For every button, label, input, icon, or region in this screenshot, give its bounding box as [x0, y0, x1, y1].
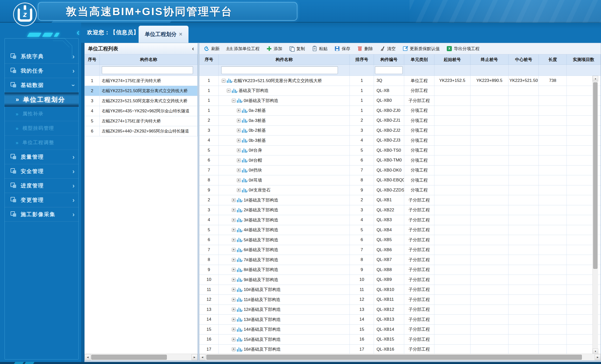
expand-node-icon[interactable]: + [237, 158, 241, 162]
expand-node-icon[interactable]: + [232, 318, 236, 321]
collapse-node-icon[interactable]: − [227, 89, 231, 92]
sidebar-item-安全管理[interactable]: 安全管理› [5, 164, 79, 179]
code-filter-input[interactable] [375, 66, 403, 74]
toolbar-button-清空[interactable]: 清空 [380, 46, 396, 52]
collapse-node-icon[interactable]: − [232, 99, 236, 103]
table-row[interactable]: 6+0#台帽6QL-XB0-TM0分项工程 [199, 155, 601, 166]
collapse-node-icon[interactable]: − [222, 79, 226, 83]
table-row[interactable]: 2+1#基础及下部构造2QL-XB1子分部工程 [199, 195, 601, 205]
expand-node-icon[interactable]: + [232, 278, 236, 282]
expand-node-icon[interactable]: + [237, 139, 241, 142]
table-row[interactable]: 10+9#基础及下部构造10QL-XB9子分部工程 [199, 275, 601, 285]
toolbar-button-保存[interactable]: 保存 [334, 46, 350, 52]
list-item[interactable]: 3左幅ZK223+521.50阿克塞分离式立交跨线大桥 [85, 96, 198, 106]
table-row[interactable]: 6+5#基础及下部构造6QL-XB5子分部工程 [199, 235, 601, 245]
toolbar-button-添加[interactable]: 添加 [266, 46, 282, 52]
table-row[interactable]: 4+0b-3桩基4QL-XB0-ZJ3分项工程 [199, 136, 601, 146]
expand-node-icon[interactable]: + [232, 308, 236, 311]
table-row[interactable]: 8+0#耳墙8QL-XB0-EBQ0分项工程 [199, 175, 601, 185]
table-row[interactable]: 15+14#基础及下部构造15QL-XB14子分部工程 [199, 325, 601, 335]
main-vertical-scrollbar[interactable]: ▲ ▼ [592, 76, 598, 354]
toolbar-button-更新质保默认值[interactable]: 更新质保默认值 [402, 46, 440, 52]
expand-node-icon[interactable]: + [232, 298, 236, 302]
table-row[interactable]: 2+0a-3桩基2QL-XB0-ZJ1分项工程 [199, 116, 601, 126]
sidebar-item-变更管理[interactable]: 变更管理› [5, 193, 79, 207]
scroll-up-arrow-icon[interactable]: ▲ [593, 76, 598, 81]
expand-node-icon[interactable]: + [237, 119, 241, 122]
expand-node-icon[interactable]: + [232, 338, 236, 341]
expand-node-icon[interactable]: + [232, 258, 236, 262]
expand-node-icon[interactable]: + [232, 208, 236, 212]
table-row[interactable]: 1+0a-2桩基1QL-XB0-ZJ0分项工程 [199, 106, 601, 116]
table-row[interactable]: 3+0b-2桩基3QL-XB0-ZJ2分项工程 [199, 126, 601, 136]
expand-node-icon[interactable]: + [232, 238, 236, 242]
expand-node-icon[interactable]: + [232, 198, 236, 202]
table-row[interactable]: 9+8#基础及下部构造9QL-XB8子分部工程 [199, 265, 601, 275]
table-row[interactable]: 4+3#基础及下部构造4QL-XB3子分部工程 [199, 215, 601, 225]
expand-node-icon[interactable]: + [232, 288, 236, 291]
scroll-right-arrow-icon[interactable]: ▶ [595, 354, 601, 360]
table-row[interactable]: 1−基础及下部构造1QL-XB分部工程 [199, 86, 601, 96]
table-row[interactable]: 17+16#基础及下部构造17QL-XB16子分部工程 [199, 345, 601, 354]
table-row[interactable]: 5+0#台身5QL-XB0-TS0分项工程 [199, 146, 601, 156]
name-filter-input[interactable] [221, 66, 338, 74]
scroll-left-arrow-icon[interactable]: ◀ [85, 354, 91, 360]
table-row[interactable]: 1−0#基础及下部构造1QL-XB0子分部工程 [199, 96, 601, 106]
table-row[interactable]: 8+7#基础及下部构造8QL-XB7子分部工程 [199, 255, 601, 265]
table-row[interactable]: 9+0#支座垫石9QL-XB0-ZZDS0分项工程 [199, 185, 601, 195]
scroll-thumb[interactable] [593, 82, 597, 269]
tab-unit-project-division[interactable]: 单位工程划分 × [139, 26, 188, 43]
table-row[interactable]: 3+2#基础及下部构造3QL-XB22子分部工程 [199, 205, 601, 215]
expand-node-icon[interactable]: + [232, 218, 236, 222]
expand-node-icon[interactable]: + [237, 178, 241, 182]
expand-node-icon[interactable]: + [237, 188, 241, 192]
expand-node-icon[interactable]: + [232, 327, 236, 331]
sidebar-subitem-单位工程调整[interactable]: »单位工程调整 [5, 136, 79, 150]
table-row[interactable]: 7+6#基础及下部构造7QL-XB6子分部工程 [199, 245, 601, 255]
table-row[interactable]: 12+11#基础及下部构造12QL-XB11子分部工程 [199, 295, 601, 305]
table-row[interactable]: 14+13#基础及下部构造14QL-XB13子分部工程 [199, 315, 601, 325]
expand-node-icon[interactable]: + [232, 268, 236, 272]
left-horizontal-scrollbar[interactable]: ◀ ▶ [85, 354, 198, 360]
expand-node-icon[interactable]: + [232, 228, 236, 232]
sidebar-item-进度管理[interactable]: 进度管理› [5, 179, 79, 193]
table-row[interactable]: 1−右幅YK223+521.50阿克塞分离式立交跨线大桥13Q单位工程YK223… [199, 76, 601, 86]
expand-node-icon[interactable]: + [237, 128, 241, 132]
toolbar-button-粘贴[interactable]: 粘贴 [312, 46, 328, 52]
list-item[interactable]: 2右幅YK223+521.50阿克塞分离式立交跨线大桥 [85, 86, 198, 96]
table-row[interactable]: 16+15#基础及下部构造16QL-XB15子分部工程 [199, 335, 601, 345]
main-horizontal-scrollbar[interactable]: ◀ ▶ [199, 354, 601, 360]
expand-node-icon[interactable]: + [237, 168, 241, 172]
scroll-right-arrow-icon[interactable]: ▶ [192, 354, 198, 360]
panel-collapse-icon[interactable]: ‹ [192, 45, 194, 52]
expand-node-icon[interactable]: + [232, 248, 236, 252]
table-row[interactable]: 13+12#基础及下部构造13QL-XB12子分部工程 [199, 305, 601, 315]
sidebar-item-我的任务[interactable]: 我的任务› [5, 64, 79, 78]
list-item[interactable]: 6左幅ZK285+440~ZK292+965阿尔金山特长隧道 [85, 126, 198, 136]
expand-node-icon[interactable]: + [237, 109, 241, 112]
sidebar-subitem-单位工程划分[interactable]: »单位工程划分 [5, 92, 79, 107]
sidebar-item-质量管理[interactable]: 质量管理› [5, 150, 79, 164]
scroll-thumb[interactable] [206, 355, 582, 360]
scroll-down-arrow-icon[interactable]: ▼ [593, 349, 598, 354]
toolbar-button-添加单位工程[interactable]: 土土添加单位工程 [227, 46, 260, 52]
sidebar-subitem-模型挂码管理[interactable]: »模型挂码管理 [5, 121, 79, 136]
toolbar-button-删除[interactable]: 删除 [357, 46, 373, 52]
toolbar-button-刷新[interactable]: 刷新 [204, 46, 220, 52]
scroll-left-arrow-icon[interactable]: ◀ [199, 354, 205, 360]
expand-node-icon[interactable]: + [237, 148, 241, 152]
tab-close-icon[interactable]: × [179, 31, 182, 37]
sidebar-item-基础数据[interactable]: 基础数据› [5, 78, 79, 92]
list-item[interactable]: 1右幅YK274+175红崖子沟特大桥 [85, 76, 198, 86]
table-row[interactable]: 7+0#挡块7QL-XB0-DK0分项工程 [199, 166, 601, 176]
sidebar-subitem-属性补录[interactable]: »属性补录 [5, 107, 79, 121]
expand-node-icon[interactable]: + [232, 347, 236, 351]
toolbar-button-复制[interactable]: 复制 [289, 46, 305, 52]
sidebar-item-施工影像采集[interactable]: 施工影像采集› [5, 207, 79, 222]
sidebar-collapse-icon[interactable]: ‹ [77, 27, 80, 38]
list-item[interactable]: 4右幅YK285+435~YK292+962阿尔金山特长隧道 [85, 106, 198, 116]
table-row[interactable]: 11+10#基础及下部构造11QL-XB10子分部工程 [199, 285, 601, 295]
table-row[interactable]: 5+4#基础及下部构造5QL-XB4子分部工程 [199, 225, 601, 235]
scroll-thumb[interactable] [91, 355, 167, 360]
sidebar-item-系统字典[interactable]: 系统字典› [5, 49, 79, 64]
